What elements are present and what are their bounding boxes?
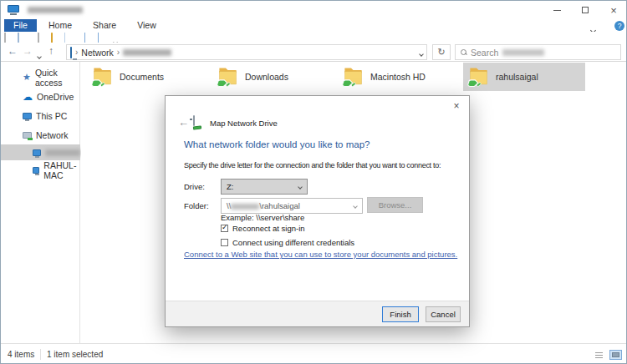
tab-share[interactable]: Share [84, 19, 125, 32]
up-button[interactable]: ↑ [48, 45, 54, 57]
back-button[interactable]: ← [8, 45, 18, 57]
title-bar: × [1, 1, 627, 19]
close-icon: × [453, 100, 459, 112]
tab-home[interactable]: Home [39, 19, 81, 32]
file-tile-rahulsaigal[interactable]: rahulsaigal [463, 63, 585, 91]
tab-file[interactable]: File [4, 19, 37, 32]
dialog-heading: What network folder would you like to ma… [184, 139, 370, 149]
sidebar-host-blurred [45, 149, 80, 156]
sidebar-item-network-host[interactable] [1, 144, 80, 160]
search-scope-blurred [502, 49, 544, 56]
reconnect-label: Reconnect at sign-in [232, 224, 305, 233]
folder-value: \\\rahulsaigal [227, 201, 300, 210]
window-title-blurred [28, 7, 83, 13]
sidebar-item-label: Quick access [35, 68, 80, 88]
search-icon [461, 49, 466, 55]
computer-icon [23, 113, 32, 119]
drive-select[interactable]: Z: [221, 179, 308, 195]
file-name: Documents [120, 72, 164, 82]
shared-folder-icon [467, 65, 490, 89]
maximize-button[interactable] [571, 1, 599, 19]
file-tile-macintosh-hd[interactable]: Macintosh HD [338, 63, 460, 91]
map-network-drive-dialog: × ← Map Network Drive What network folde… [165, 95, 470, 327]
sidebar-item-label: RAHUL-MAC [43, 160, 80, 180]
location-icon [70, 48, 72, 58]
close-icon: × [610, 5, 617, 16]
refresh-icon: ↻ [437, 47, 445, 58]
file-name: Downloads [245, 72, 288, 82]
cancel-button[interactable]: Cancel [426, 306, 461, 322]
history-dropdown[interactable] [38, 50, 41, 60]
checkbox-unchecked-icon[interactable] [221, 239, 228, 246]
finish-button[interactable]: Finish [382, 306, 419, 322]
dialog-title: Map Network Drive [210, 119, 278, 128]
sidebar-item-onedrive[interactable]: ☁ OneDrive [1, 88, 80, 104]
close-button[interactable]: × [599, 1, 627, 19]
minimize-icon [553, 10, 561, 11]
dialog-footer: Finish Cancel [166, 301, 469, 326]
chevron-down-icon [419, 52, 424, 57]
file-tile-downloads[interactable]: Downloads [212, 63, 334, 91]
credentials-label: Connect using different credentials [232, 238, 354, 247]
explorer-app-icon [8, 5, 19, 15]
chevron-down-icon [298, 185, 303, 190]
shared-folder-icon [91, 65, 114, 89]
shared-folder-icon [217, 65, 239, 89]
star-icon: ★ [23, 73, 31, 82]
large-icons-view-icon [612, 352, 619, 357]
minimize-button[interactable] [543, 1, 571, 19]
status-bar: 4 items 1 item selected [1, 343, 627, 364]
sidebar-item-label: Network [36, 130, 69, 140]
status-divider [40, 349, 41, 360]
breadcrumb-separator: › [75, 48, 78, 57]
folder-label: Folder: [184, 201, 209, 210]
breadcrumb-network[interactable]: Network [81, 48, 114, 58]
ribbon-tabs: File Home Share View [1, 19, 627, 32]
maximize-icon [582, 7, 589, 13]
browse-button[interactable]: Browse... [367, 197, 423, 213]
item-count: 4 items [8, 350, 34, 359]
credentials-checkbox-row[interactable]: Connect using different credentials [221, 238, 354, 247]
sidebar-item-label: OneDrive [37, 92, 74, 102]
details-view-icon [595, 352, 603, 353]
checkbox-checked-icon[interactable]: ✓ [221, 225, 228, 232]
address-bar[interactable]: › Network › [66, 44, 427, 60]
breadcrumb-separator: › [117, 48, 120, 57]
forward-button[interactable]: → [23, 45, 33, 57]
sidebar-item-this-pc[interactable]: This PC [1, 108, 80, 124]
shared-folder-icon [342, 65, 364, 89]
large-icons-view-button[interactable] [609, 350, 622, 360]
dialog-back-button[interactable]: ← [178, 117, 189, 128]
sidebar-item-label: This PC [36, 111, 67, 121]
navigation-pane: ★ Quick access ☁ OneDrive This PC Networ… [1, 62, 80, 343]
address-row: ← → ↑ › Network › ↻ Search [1, 43, 627, 62]
search-input[interactable]: Search [455, 44, 621, 60]
dialog-instruction: Specify the drive letter for the connect… [184, 161, 441, 169]
sidebar-item-quick-access[interactable]: ★ Quick access [1, 69, 80, 85]
example-text: Example: \\server\share [221, 213, 304, 222]
chevron-down-icon [37, 54, 42, 59]
sidebar-item-rahul-mac[interactable]: RAHUL-MAC [1, 162, 80, 178]
network-icon [23, 132, 32, 139]
dialog-close-button[interactable]: × [449, 99, 464, 113]
map-drive-icon [193, 116, 206, 128]
file-tile-documents[interactable]: Documents [87, 63, 209, 91]
connect-website-link[interactable]: Connect to a Web site that you can use t… [184, 250, 457, 259]
tab-view[interactable]: View [128, 19, 166, 32]
computer-icon [33, 167, 39, 174]
breadcrumb-host-blurred[interactable] [123, 49, 171, 56]
refresh-button[interactable]: ↻ [432, 44, 451, 60]
quick-access-toolbar [1, 32, 627, 43]
file-name: Macintosh HD [370, 72, 426, 82]
chevron-down-icon [353, 204, 358, 209]
selected-count: 1 item selected [47, 350, 103, 359]
details-view-button[interactable] [593, 350, 605, 360]
folder-input[interactable]: \\\rahulsaigal [221, 198, 363, 214]
drive-label: Drive: [184, 182, 205, 191]
reconnect-checkbox-row[interactable]: ✓ Reconnect at sign-in [221, 224, 305, 233]
sidebar-item-network[interactable]: Network [1, 127, 80, 143]
address-dropdown[interactable] [420, 48, 423, 58]
explorer-window: × File Home Share View ? ← → ↑ › Network… [0, 0, 627, 364]
help-button[interactable]: ? [614, 21, 624, 31]
file-name: rahulsaigal [496, 72, 538, 82]
